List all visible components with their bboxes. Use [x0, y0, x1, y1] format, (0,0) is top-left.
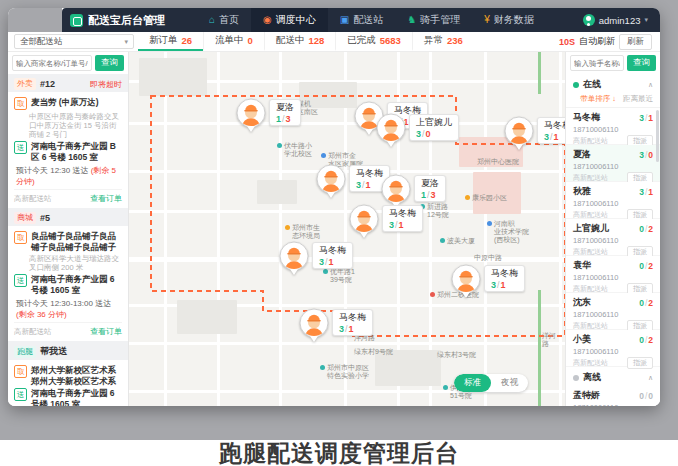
rider-name: 秋雅: [573, 185, 591, 198]
eta-row: 预计今天 12:30 送达 (剩余 5 分钟): [16, 165, 122, 187]
dispatch-map[interactable]: 郑煤机 社区南区 伏牛路小 学北校区 郑州市金 水区家属院 郑州中心医院 康乐园…: [129, 52, 565, 406]
courier-name: 马冬梅: [389, 207, 416, 220]
offline-rider-list: 孟特娇 0/0 18710006110 高新配送站 谢学建 0/0 187100…: [566, 386, 660, 406]
rider-overdue-count: 2: [648, 261, 653, 271]
sort-arrow-icon: ↓: [612, 94, 616, 104]
collapse-icon[interactable]: ∧: [648, 374, 653, 382]
orders-overdue-count: 3: [286, 114, 291, 124]
station-filter-value: 全部配送站: [20, 36, 63, 48]
poi-dot-icon: [430, 292, 435, 297]
map-road: [129, 342, 565, 345]
rider-phone: 18710006110: [573, 162, 653, 171]
order-search-button[interactable]: 查询: [95, 55, 124, 71]
rider-row[interactable]: 夏洛 3/0 18710006110 高新配送站 指派: [566, 145, 660, 182]
courier-marker[interactable]: 夏洛 1/3: [236, 98, 301, 132]
rider-row[interactable]: 上官婉儿 0/2 18710006110 高新配送站 指派: [566, 219, 660, 256]
rider-row-top: 袁华 0/2: [573, 259, 653, 272]
rider-overdue-count: 0: [648, 150, 653, 160]
courier-marker[interactable]: 马冬梅 3/1: [316, 164, 390, 198]
station-filter-select[interactable]: 全部配送站 ▾: [14, 34, 134, 49]
assign-button[interactable]: 指派: [627, 357, 653, 369]
pickup-icon: 取: [14, 231, 27, 244]
rider-row[interactable]: 孟特娇 0/0 18710006110 高新配送站: [566, 386, 660, 406]
courier-order-stats: 1/3: [276, 114, 294, 124]
offline-status-dot: [573, 375, 579, 381]
courier-marker[interactable]: 马冬梅 3/1: [451, 264, 525, 298]
nav-item[interactable]: ▣ 配送站: [328, 8, 395, 32]
courier-avatar-icon: [236, 98, 266, 132]
view-order-link[interactable]: 查看订单: [90, 326, 122, 337]
order-card-body[interactable]: 取 良品铺子良品铺子良品铺子良品铺子良品铺子 高新区科学大道与瑞达路交叉口南侧 …: [8, 226, 128, 341]
courier-marker[interactable]: 马冬梅 3/1: [279, 241, 353, 275]
poi-label: 河南职 业技术学院 (西校区): [494, 220, 529, 244]
map-poi: 洋河路: [535, 332, 561, 348]
courier-marker[interactable]: 夏洛 1/3: [381, 174, 446, 208]
courier-marker[interactable]: 马冬梅 3/1: [349, 204, 423, 238]
online-section-header[interactable]: 在线 ∧: [566, 74, 660, 93]
order-card-footer: 高新配送站 查看订单: [14, 189, 122, 208]
nav-item[interactable]: ◉ 调度中心: [251, 8, 328, 32]
rider-row[interactable]: 秋雅 3/1 18710006110 高新配送站 指派: [566, 182, 660, 219]
rider-overdue-count: 1: [648, 113, 653, 123]
rider-search-button[interactable]: 查询: [627, 55, 656, 71]
order-search-input[interactable]: [12, 55, 92, 71]
orders-overdue-count: 0: [426, 129, 431, 139]
rider-row-top: 孟特娇 0/0: [573, 389, 653, 402]
order-card-header: 跑腿 帮我送: [8, 341, 128, 360]
collapse-icon[interactable]: ∧: [648, 81, 653, 89]
poi-label: 中原中路: [474, 254, 502, 262]
map-mode-button[interactable]: 标准: [454, 374, 491, 392]
pickup-address: 中原区中原路与秦岭路交叉口中原万达金街 15 号沿街商铺 2 号门: [29, 112, 122, 139]
order-tab[interactable]: 流单中 0: [203, 32, 264, 51]
courier-order-stats: 3/1: [544, 132, 565, 142]
dropoff-row: 送 河南电子商务产业园 6 号楼 1605 室: [14, 274, 122, 295]
nav-item[interactable]: ♞ 骑手管理: [395, 8, 472, 32]
courier-avatar-icon: [349, 204, 379, 238]
tab-count: 26: [182, 35, 193, 46]
poi-dot-icon: [487, 221, 492, 226]
scrollbar[interactable]: [656, 110, 659, 162]
courier-name: 夏洛: [421, 177, 439, 190]
nav-item[interactable]: ¥ 财务数据: [472, 8, 546, 32]
poi-label: 郑州市生 态环境局: [292, 224, 320, 240]
refresh-button[interactable]: 刷新: [619, 34, 652, 50]
rider-row[interactable]: 袁华 0/2 18710006110 高新配送站 指派: [566, 256, 660, 293]
app-logo: 配送宝后台管理: [62, 13, 175, 28]
nav-item[interactable]: ⌂ 首页: [197, 8, 251, 32]
courier-name: 马冬梅: [544, 119, 565, 132]
offline-section-header[interactable]: 离线 ∧: [566, 367, 660, 386]
order-tab[interactable]: 配送中 128: [264, 32, 335, 51]
courier-marker[interactable]: 马冬梅 3/1: [504, 116, 565, 150]
rider-row[interactable]: 小美 0/2 18710006110 高新配送站 指派: [566, 330, 660, 367]
map-mode-switch: 标准夜视: [454, 374, 528, 392]
sort-by-orders[interactable]: 带单排序: [580, 94, 610, 104]
eta-row: 预计今天 12:30-13:00 送达 (剩余 36 分钟): [16, 298, 122, 320]
courier-marker[interactable]: 上官婉儿 3/0: [376, 113, 459, 147]
view-order-link[interactable]: 查看订单: [90, 193, 122, 204]
courier-marker[interactable]: 马冬梅 3/1: [299, 308, 373, 342]
online-section-title: 在线: [583, 78, 601, 91]
order-tab[interactable]: 新订单 26: [138, 32, 203, 51]
map-mode-button[interactable]: 夜视: [491, 374, 528, 392]
nav-item-icon: ⌂: [209, 15, 215, 25]
rider-search-input[interactable]: [570, 55, 624, 71]
order-number: #5: [40, 213, 50, 223]
rider-row-top: 马冬梅 3/1: [573, 111, 653, 124]
rider-order-stats: 3/1: [639, 187, 653, 197]
user-menu[interactable]: admin123 ▾: [583, 14, 660, 26]
navbar-row: 配送宝后台管理 ⌂ 首页 ◉ 调度中心 ▣ 配送站 ♞ 骑手管理: [8, 8, 660, 32]
pickup-address: 高新区科学大道与瑞达路交叉口南侧 200 米: [29, 254, 122, 272]
order-tab[interactable]: 已完成 5683: [335, 32, 412, 51]
rider-row[interactable]: 沈东 0/2 18710006110 高新配送站 指派: [566, 293, 660, 330]
order-card-body[interactable]: 取 郑州大学新校区艺术系郑州大学新校区艺术系 送 河南电子商务产业园 6 号楼 …: [8, 360, 128, 406]
map-road: [129, 122, 565, 125]
app-logo-icon: [70, 14, 83, 27]
order-tab[interactable]: 异常 236: [412, 32, 474, 51]
courier-marker-label: 夏洛 1/3: [269, 99, 301, 126]
order-card-body[interactable]: 取 麦当劳 (中原万达) 中原区中原路与秦岭路交叉口中原万达金街 15 号沿街商…: [8, 92, 128, 208]
rider-overdue-count: 2: [648, 335, 653, 345]
rider-row[interactable]: 马冬梅 3/1 18710006110 高新配送站 指派: [566, 108, 660, 145]
pickup-icon: 取: [14, 97, 27, 110]
rider-order-stats: 3/0: [639, 150, 653, 160]
sort-by-distance[interactable]: 距离最近: [623, 94, 653, 104]
